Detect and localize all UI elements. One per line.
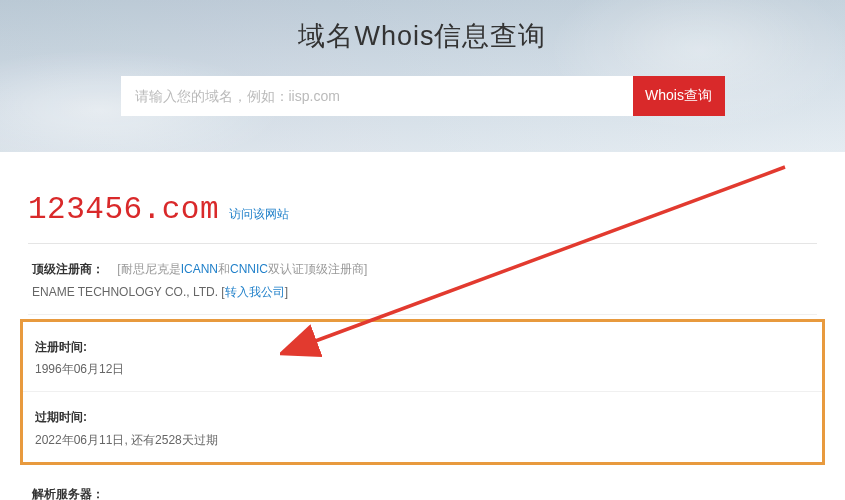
registrar-block: 顶级注册商： [耐思尼克是ICANN和CNNIC双认证顶级注册商] ENAME … bbox=[28, 244, 817, 315]
hero-banner: 域名Whois信息查询 Whois查询 bbox=[0, 0, 845, 152]
icann-link[interactable]: ICANN bbox=[181, 262, 218, 276]
domain-input[interactable] bbox=[121, 76, 633, 116]
expiry-date-block: 过期时间: 2022年06月11日, 还有2528天过期 bbox=[23, 392, 822, 462]
exp-date-label: 过期时间: bbox=[35, 406, 810, 429]
reg-date-label: 注册时间: bbox=[35, 336, 810, 359]
page-title: 域名Whois信息查询 bbox=[0, 18, 845, 54]
domain-name-text: 123456.com bbox=[28, 192, 219, 227]
registrar-label: 顶级注册商： bbox=[32, 262, 104, 276]
transfer-link[interactable]: 转入我公司 bbox=[225, 285, 285, 299]
exp-date-value: 2022年06月11日, 还有2528天过期 bbox=[35, 429, 810, 452]
search-form: Whois查询 bbox=[121, 76, 725, 116]
domain-header: 123456.com 访问该网站 bbox=[28, 192, 817, 244]
whois-search-button[interactable]: Whois查询 bbox=[633, 76, 725, 116]
dns-label: 解析服务器： bbox=[32, 483, 813, 500]
registrar-company: ENAME TECHNOLOGY CO., LTD. [转入我公司] bbox=[32, 281, 813, 304]
dns-block: 解析服务器： DNS1.IIDNS.COM DNS2.IIDNS.COM DNS… bbox=[28, 469, 817, 500]
registration-date-block: 注册时间: 1996年06月12日 bbox=[23, 322, 822, 393]
highlighted-dates-box: 注册时间: 1996年06月12日 过期时间: 2022年06月11日, 还有2… bbox=[20, 319, 825, 465]
result-content: 123456.com 访问该网站 顶级注册商： [耐思尼克是ICANN和CNNI… bbox=[0, 152, 845, 500]
registrar-note: [耐思尼克是ICANN和CNNIC双认证顶级注册商] bbox=[117, 262, 367, 276]
visit-site-link[interactable]: 访问该网站 bbox=[229, 206, 289, 223]
reg-date-value: 1996年06月12日 bbox=[35, 358, 810, 381]
cnnic-link[interactable]: CNNIC bbox=[230, 262, 268, 276]
